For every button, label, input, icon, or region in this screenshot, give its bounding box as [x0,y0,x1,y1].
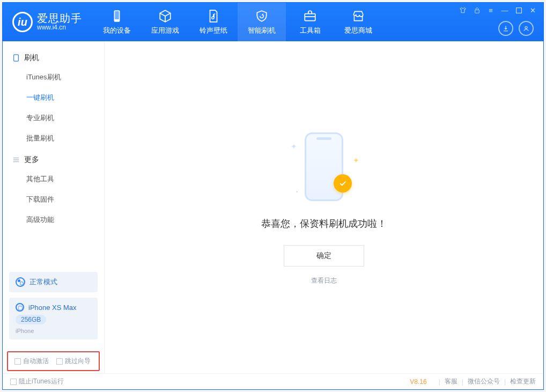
checkbox-icon [10,379,17,385]
sparkle-icon: • [296,189,298,195]
tab-store[interactable]: 爱思商城 [334,3,382,41]
svg-rect-3 [475,10,479,13]
device-panel: 正常模式 ▢ iPhone XS Max 256GB iPhone [3,268,104,349]
flash-options-row: 自动激活 跳过向导 [7,351,100,371]
sidebar-item-advanced[interactable]: 高级功能 [3,210,104,230]
checkbox-icon [14,358,21,365]
checkbox-block-itunes[interactable]: 阻止iTunes运行 [10,377,64,386]
view-log-link[interactable]: 查看日志 [311,276,337,285]
store-icon [351,9,366,24]
download-button[interactable] [498,21,513,36]
sidebar-group-more: 更多 [3,149,104,169]
app-url: www.i4.cn [37,24,82,31]
toolbox-icon [302,9,318,24]
titlebar: iu 爱思助手 www.i4.cn 我的设备 应用游戏 铃声壁纸 智能刷机 [3,3,543,41]
svg-rect-6 [14,55,19,61]
svg-rect-2 [305,14,315,21]
app-name: 爱思助手 [37,12,82,24]
ok-button[interactable]: 确定 [284,245,364,267]
success-message: 恭喜您，保资料刷机成功啦！ [261,217,387,230]
minimize-button[interactable]: ― [500,6,509,14]
sidebar-group-flash: 刷机 [3,47,104,67]
statusbar: 阻止iTunes运行 V8.16 | 客服 | 微信公众号 | 检查更新 [3,373,543,389]
tshirt-icon[interactable] [459,6,467,14]
menu-icon[interactable]: ≡ [486,6,495,14]
success-check-icon [334,174,352,193]
success-illustration: ✦ ✦ • [281,129,367,204]
tab-smart-flash[interactable]: 智能刷机 [238,3,286,41]
checkbox-skip-guide[interactable]: 跳过向导 [56,357,91,366]
device-mode-card[interactable]: 正常模式 [9,272,98,292]
user-button[interactable] [519,21,534,36]
body: 刷机 iTunes刷机 一键刷机 专业刷机 批量刷机 更多 其他工具 下载固件 … [3,41,543,373]
main-tabs: 我的设备 应用游戏 铃声壁纸 智能刷机 工具箱 爱思商城 [93,3,382,41]
svg-point-5 [525,26,527,28]
mode-icon [16,277,25,287]
refresh-shield-icon [254,9,269,24]
svg-rect-1 [115,11,119,19]
sidebar-item-download-firmware[interactable]: 下载固件 [3,189,104,210]
sparkle-icon: ✦ [291,142,297,151]
lock-icon[interactable] [473,6,481,14]
app-window: iu 爱思助手 www.i4.cn 我的设备 应用游戏 铃声壁纸 智能刷机 [2,2,544,390]
sparkle-icon: ✦ [353,156,359,165]
tab-my-device[interactable]: 我的设备 [93,3,141,41]
svg-rect-4 [516,8,521,13]
tab-ringtone-wallpaper[interactable]: 铃声壁纸 [189,3,238,41]
tab-apps-games[interactable]: 应用游戏 [141,3,189,41]
window-controls-area: ≡ ― ✕ [456,3,539,41]
device-type: iPhone [16,328,34,334]
device-capacity: 256GB [16,315,46,324]
sidebar-item-itunes-flash[interactable]: iTunes刷机 [3,67,104,87]
maximize-button[interactable] [514,6,523,14]
main-content: ✦ ✦ • 恭喜您，保资料刷机成功啦！ 确定 查看日志 [105,41,543,373]
close-button[interactable]: ✕ [528,6,537,14]
tab-toolbox[interactable]: 工具箱 [286,3,334,41]
app-logo: iu 爱思助手 www.i4.cn [3,3,93,41]
logo-icon: iu [12,12,33,32]
status-link-wechat[interactable]: 微信公众号 [468,377,500,386]
sidebar-item-pro-flash[interactable]: 专业刷机 [3,108,104,128]
device-info-card[interactable]: ▢ iPhone XS Max 256GB iPhone [9,298,98,339]
device-name: iPhone XS Max [28,304,77,312]
list-icon [12,156,20,164]
status-link-update[interactable]: 检查更新 [510,377,536,386]
cube-icon [158,9,173,24]
sidebar-item-other-tools[interactable]: 其他工具 [3,169,104,189]
checkbox-icon [56,358,63,365]
device-small-icon: ▢ [16,303,24,312]
device-icon [12,54,20,62]
sidebar-item-onekey-flash[interactable]: 一键刷机 [3,87,104,108]
status-link-support[interactable]: 客服 [445,377,458,386]
phone-icon [109,9,124,24]
checkbox-auto-activate[interactable]: 自动激活 [14,357,49,366]
music-file-icon [206,9,221,24]
sidebar-item-batch-flash[interactable]: 批量刷机 [3,128,104,149]
version-label: V8.16 [410,378,426,386]
sidebar: 刷机 iTunes刷机 一键刷机 专业刷机 批量刷机 更多 其他工具 下载固件 … [3,41,105,373]
